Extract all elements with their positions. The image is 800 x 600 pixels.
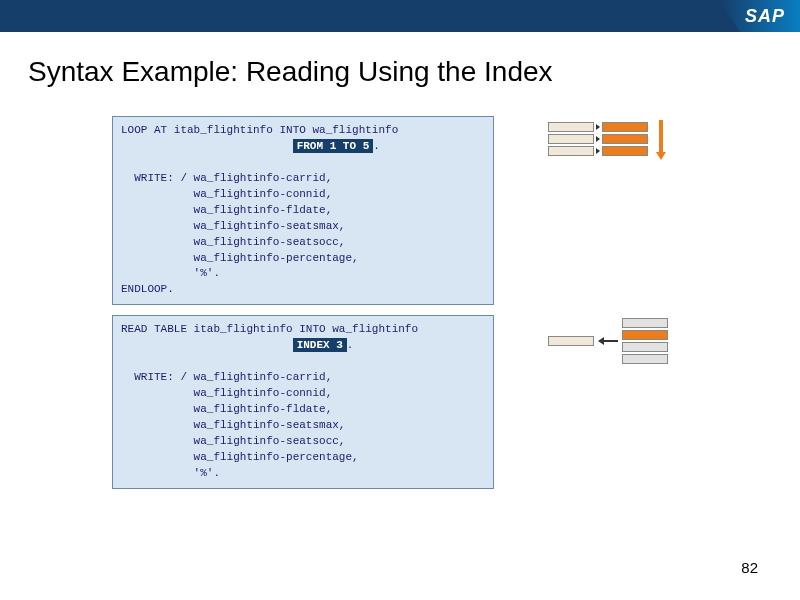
source-cell [548, 122, 594, 132]
loop-arrow-icon [656, 120, 666, 160]
table-row-cell [622, 318, 668, 328]
code-period: . [373, 140, 380, 152]
diagram-loop-table [548, 122, 648, 156]
code-block-loop: LOOP AT itab_flightinfo INTO wa_flightin… [112, 116, 494, 305]
header-bar: SAP [0, 0, 800, 32]
table-row-cell [622, 342, 668, 352]
code-line: READ TABLE itab_flightinfo INTO wa_fligh… [121, 323, 418, 335]
source-cell [548, 134, 594, 144]
workarea-cell [548, 336, 594, 346]
code-highlight-index: INDEX 3 [293, 338, 347, 352]
code-body: WRITE: / wa_flightinfo-carrid, wa_flight… [121, 172, 359, 296]
diagram-row [548, 134, 648, 144]
target-cell [602, 146, 648, 156]
target-cell [602, 122, 648, 132]
slide-title: Syntax Example: Reading Using the Index [28, 56, 800, 88]
table-row-cell [622, 354, 668, 364]
diagram-loop [548, 122, 648, 156]
code-period: . [347, 339, 354, 351]
diagram-read [548, 318, 668, 364]
content-area: LOOP AT itab_flightinfo INTO wa_flightin… [0, 116, 800, 489]
code-block-read: READ TABLE itab_flightinfo INTO wa_fligh… [112, 315, 494, 488]
sap-logo-text: SAP [745, 6, 785, 27]
diagram-row [548, 122, 648, 132]
read-arrow-icon [598, 337, 618, 345]
code-highlight-from-to: FROM 1 TO 5 [293, 139, 374, 153]
code-line: LOOP AT itab_flightinfo INTO wa_flightin… [121, 124, 398, 136]
target-cell [602, 134, 648, 144]
diagram-row [548, 146, 648, 156]
source-cell [548, 146, 594, 156]
diagram-read-table [622, 318, 668, 364]
page-number: 82 [741, 559, 758, 576]
table-row-cell-selected [622, 330, 668, 340]
code-body: WRITE: / wa_flightinfo-carrid, wa_flight… [121, 371, 359, 479]
sap-logo: SAP [720, 0, 800, 32]
